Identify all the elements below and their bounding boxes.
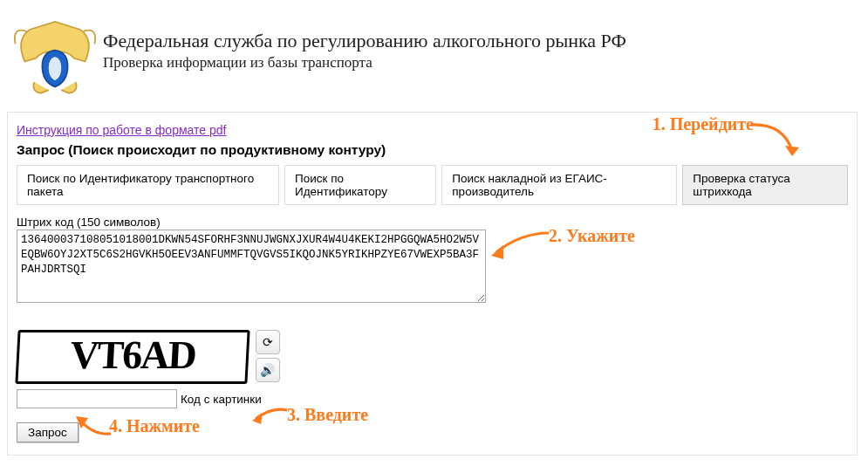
annotation-arrow-2 [489,228,552,261]
barcode-label: Штрих код (150 символов) [17,216,848,229]
sound-icon: 🔊 [260,363,275,377]
annotation-arrow-3 [250,405,289,428]
annotation-step1: 1. Перейдите [653,114,754,134]
pdf-instruction-link[interactable]: Инструкция по работе в формате pdf [17,123,226,137]
annotation-step4: 4. Нажмите [109,416,200,436]
emblem-logo [7,12,103,99]
captcha-input[interactable] [17,389,177,408]
submit-button[interactable]: Запрос [17,422,79,442]
tab-search-transport-package[interactable]: Поиск по Идентификатору транспортного па… [17,165,279,205]
barcode-textarea[interactable] [17,230,486,303]
captcha-image: VT6AD [15,330,249,384]
page-title: Федеральная служба по регулированию алко… [103,30,626,52]
captcha-input-label: Код с картинки [181,393,262,406]
annotation-step2: 2. Укажите [549,226,635,246]
tab-search-invoice[interactable]: Поиск накладной из ЕГАИС-производитель [441,165,677,205]
svg-marker-1 [785,146,799,156]
annotation-arrow-4 [72,415,114,439]
tab-barcode-status[interactable]: Проверка статуса штрихкода [682,165,848,205]
svg-marker-2 [491,245,503,259]
annotation-arrow-1 [748,120,801,161]
request-heading: Запрос (Поиск происходит по продуктивном… [17,142,848,158]
svg-marker-0 [252,414,263,424]
captcha-audio-button[interactable]: 🔊 [256,358,280,382]
captcha-refresh-button[interactable]: ⟳ [256,330,280,354]
refresh-icon: ⟳ [263,335,273,349]
tab-search-identifier[interactable]: Поиск по Идентификатору [284,165,436,205]
page-subtitle: Проверка информации из базы транспорта [103,54,626,72]
